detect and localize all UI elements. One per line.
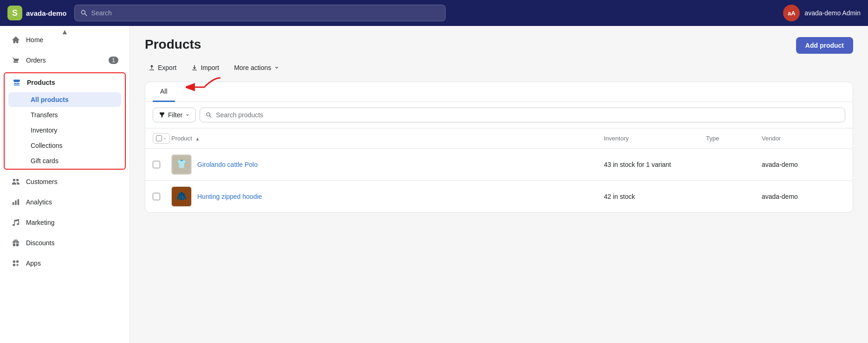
tabs: All (145, 82, 853, 102)
vendor-col-label: Vendor (762, 135, 781, 142)
product-img-placeholder-2: 🧥 (173, 188, 190, 205)
filter-icon (159, 112, 165, 118)
tab-all-label: All (160, 88, 168, 95)
sidebar-item-products[interactable]: Products (5, 73, 125, 92)
filter-chevron-icon (185, 113, 190, 117)
table-row: 👕 Girolando cattle Polo 43 in stock for … (145, 149, 853, 181)
more-actions-button[interactable]: More actions (230, 61, 283, 74)
row-checkbox-wrap-1[interactable] (153, 161, 171, 168)
product-cell-2: 🧥 Hunting zipped hoodie (171, 186, 604, 207)
sidebar-item-discounts-label: Discounts (26, 239, 54, 247)
vendor-cell-1: avada-demo (762, 160, 845, 169)
col-vendor-header: Vendor (762, 135, 845, 142)
select-all-checkbox-wrap[interactable] (153, 133, 171, 144)
sidebar-scroll-up[interactable]: ▲ (0, 26, 130, 38)
top-navigation: S avada-demo Search aA avada-demo Admin (0, 0, 868, 26)
inventory-col-label: Inventory (604, 135, 628, 142)
page-header: Products Add product (145, 37, 853, 54)
sidebar-subitem-all-products[interactable]: All products (8, 92, 121, 107)
sidebar-item-orders[interactable]: Orders 1 (4, 51, 126, 70)
product-img-placeholder-1: 👕 (173, 156, 190, 173)
inventory-value-1: 43 in stock for 1 variant (604, 161, 671, 168)
product-link-1[interactable]: Girolando cattle Polo (197, 161, 258, 168)
product-col-label: Product (171, 135, 192, 142)
filter-bar: Filter Search products (145, 102, 853, 128)
select-all-checkbox[interactable] (156, 135, 162, 141)
gift-cards-label: Gift cards (31, 157, 58, 165)
sidebar-item-analytics-label: Analytics (26, 198, 52, 206)
orders-icon (11, 56, 20, 65)
sidebar-subitem-transfers[interactable]: Transfers (8, 108, 121, 122)
user-avatar[interactable]: aA (783, 5, 800, 21)
store-name: avada-demo (26, 9, 67, 17)
product-cell-1: 👕 Girolando cattle Polo (171, 154, 604, 175)
add-product-button[interactable]: Add product (796, 37, 853, 54)
filter-label: Filter (168, 111, 182, 119)
sidebar-item-marketing-label: Marketing (26, 219, 54, 226)
vendor-cell-2: avada-demo (762, 192, 845, 201)
red-arrow-indicator (186, 73, 223, 92)
chevron-down-icon (274, 65, 279, 70)
marketing-icon (11, 218, 20, 227)
import-button[interactable]: Import (188, 61, 223, 74)
col-inventory-header: Inventory (604, 135, 706, 142)
collections-label: Collections (31, 142, 62, 149)
shopify-icon: S (7, 6, 22, 20)
sort-asc-icon: ▲ (195, 136, 200, 141)
orders-badge: 1 (109, 57, 118, 64)
sidebar-item-analytics[interactable]: Analytics (4, 193, 126, 211)
import-label: Import (201, 64, 219, 71)
sidebar-item-apps[interactable]: Apps (4, 254, 126, 273)
sidebar-subitem-gift-cards[interactable]: Gift cards (8, 153, 121, 168)
row-checkbox-wrap-2[interactable] (153, 193, 171, 200)
main-content: Products Add product Export Import More … (130, 26, 868, 343)
sidebar-item-apps-label: Apps (26, 260, 41, 267)
global-search[interactable]: Search (74, 5, 446, 21)
row-checkbox-2[interactable] (153, 193, 160, 200)
sidebar-subitem-collections[interactable]: Collections (8, 138, 121, 153)
export-label: Export (158, 64, 176, 71)
search-icon (80, 9, 88, 17)
export-button[interactable]: Export (145, 61, 180, 74)
sidebar-item-customers-label: Customers (26, 178, 58, 185)
product-image-1: 👕 (171, 154, 192, 175)
table-header: Product ▲ Inventory Type Vendor (145, 128, 853, 149)
table-row: 🧥 Hunting zipped hoodie 42 in stock avad… (145, 181, 853, 212)
products-search-placeholder: Search products (216, 111, 263, 119)
checkbox-dropdown[interactable] (153, 133, 170, 144)
dropdown-arrow-icon (163, 137, 167, 140)
import-icon (191, 64, 198, 71)
inventory-label: Inventory (31, 127, 58, 134)
products-section: Products All products Transfers Inventor… (4, 72, 126, 170)
action-bar: Export Import More actions (145, 61, 853, 74)
transfers-label: Transfers (31, 111, 58, 119)
sidebar-item-discounts[interactable]: Discounts (4, 234, 126, 252)
sidebar-subitem-inventory[interactable]: Inventory (8, 123, 121, 138)
product-table: Product ▲ Inventory Type Vendor (145, 128, 853, 213)
row-checkbox-1[interactable] (153, 161, 160, 168)
sidebar-item-marketing[interactable]: Marketing (4, 213, 126, 232)
page-title: Products (145, 37, 201, 52)
user-initials: aA (788, 10, 796, 17)
col-product-header[interactable]: Product ▲ (171, 135, 604, 142)
vendor-value-2: avada-demo (762, 193, 798, 200)
svg-text:👕: 👕 (176, 159, 187, 169)
brand-logo[interactable]: S avada-demo (7, 6, 67, 20)
customers-icon (11, 177, 20, 186)
svg-text:🧥: 🧥 (176, 191, 187, 201)
apps-icon (11, 259, 20, 268)
products-search-bar[interactable]: Search products (200, 108, 845, 122)
tab-all[interactable]: All (153, 82, 175, 102)
sidebar-item-orders-label: Orders (26, 57, 46, 64)
inventory-value-2: 42 in stock (604, 193, 635, 200)
inventory-cell-1: 43 in stock for 1 variant (604, 160, 706, 169)
inventory-cell-2: 42 in stock (604, 192, 706, 201)
sidebar-item-customers[interactable]: Customers (4, 172, 126, 191)
search-products-icon (206, 112, 212, 118)
sidebar: ▲ Home Orders 1 Products (0, 26, 130, 343)
col-type-header: Type (706, 135, 762, 142)
tabs-container: All Filter Search products (145, 82, 853, 128)
product-link-2[interactable]: Hunting zipped hoodie (197, 193, 262, 200)
type-col-label: Type (706, 135, 719, 142)
filter-button[interactable]: Filter (153, 108, 196, 122)
